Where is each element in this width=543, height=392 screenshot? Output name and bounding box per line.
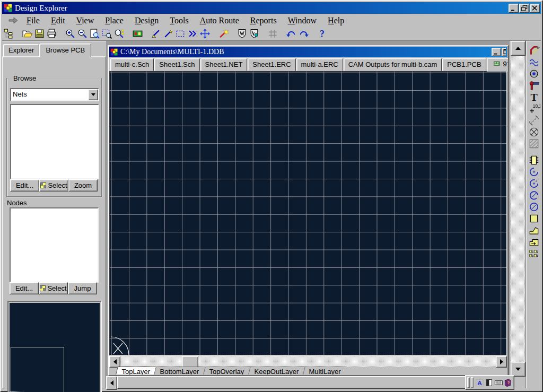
print-icon[interactable] (46, 28, 57, 39)
open-document-icon[interactable] (22, 28, 33, 39)
text-find-icon[interactable]: A (475, 378, 484, 388)
board-preview-canvas[interactable] (10, 303, 100, 392)
workspace-hscroll-thumb[interactable] (117, 376, 510, 389)
doc-tab-multi-c-sch[interactable]: multi-c.Sch (110, 58, 154, 71)
close-button[interactable] (530, 4, 540, 13)
doc-maximize-button[interactable] (502, 48, 506, 56)
polygon-plane-icon[interactable] (528, 224, 540, 236)
doc-minimize-button[interactable] (492, 48, 501, 56)
workspace-hscrollbar[interactable] (106, 376, 510, 389)
browse-type-dropdown[interactable]: Nets (10, 88, 99, 101)
select-node-button[interactable]: Select (39, 282, 68, 294)
zoom-area-icon[interactable] (101, 28, 112, 39)
jump-node-button[interactable]: Jump (68, 282, 97, 294)
layers-view-icon[interactable] (132, 28, 143, 39)
doc-tab-cam-outputs-for-multi-b-cam[interactable]: CAM Outputs for multi-b.cam (344, 58, 442, 71)
workspace-hscroll-left-button[interactable] (106, 376, 117, 390)
via-icon[interactable] (528, 68, 540, 80)
vscroll-up-button[interactable] (511, 41, 526, 56)
dropdown-arrow-icon[interactable] (88, 89, 98, 100)
zoom-selection-icon[interactable] (113, 28, 125, 39)
menu-reports[interactable]: Reports (246, 15, 281, 27)
menu-auto-route[interactable]: Auto Route (196, 15, 243, 27)
menu-help[interactable]: Help (323, 15, 348, 27)
fill-rect-icon[interactable] (528, 213, 540, 224)
help-book-icon[interactable]: ? (503, 378, 512, 388)
zoom-in-icon[interactable] (65, 28, 76, 39)
redo-icon[interactable] (298, 28, 309, 39)
grid-toggle-icon[interactable] (267, 28, 278, 39)
interactive-route-icon[interactable] (528, 45, 540, 56)
restore-button[interactable] (519, 4, 529, 13)
edit-net-button[interactable]: Edit... (10, 179, 39, 191)
panel-toggle-icon[interactable] (485, 378, 494, 388)
doc-tab-multi-a-erc[interactable]: multi-a.ERC (296, 58, 343, 71)
text-string-icon[interactable]: T (528, 91, 540, 103)
menu-window[interactable]: Window (284, 15, 321, 27)
menu-arrow-icon[interactable] (4, 15, 22, 26)
keepout-circle-icon[interactable] (528, 126, 540, 138)
menu-place[interactable]: Place (101, 15, 128, 27)
component-icon[interactable] (528, 154, 540, 166)
layer-tab-toplayer[interactable]: TopLayer (116, 367, 156, 374)
layer-tab-bottomlayer[interactable]: BottomLayer (154, 367, 205, 374)
select-area-icon[interactable] (175, 28, 186, 39)
nets-listbox[interactable] (10, 104, 99, 179)
paste-array-icon[interactable] (528, 248, 540, 259)
wand-icon[interactable] (218, 28, 229, 39)
menu-tools[interactable]: Tools (165, 15, 192, 27)
doc-tab-pcb1-pcb[interactable]: PCB1.PCB (442, 58, 486, 71)
move-icon[interactable] (199, 28, 211, 39)
select-net-button[interactable]: Select (39, 179, 68, 191)
doc-tab-sheet1-sch[interactable]: Sheet1.Sch (154, 58, 199, 71)
hscroll-track[interactable] (120, 356, 496, 367)
vscroll-track[interactable] (511, 56, 524, 362)
layer-tab-multilayer[interactable]: MultiLayer (303, 367, 347, 374)
zoom-net-button[interactable]: Zoom (68, 179, 98, 191)
line-tool-icon[interactable] (163, 28, 174, 39)
drc-shield-off-icon[interactable] (249, 28, 260, 39)
canvas-hscrollbar[interactable] (109, 356, 507, 367)
full-circle-icon[interactable] (528, 201, 540, 213)
hscroll-right-button[interactable] (496, 356, 507, 368)
pcb-canvas[interactable] (110, 72, 506, 355)
menu-view[interactable]: View (72, 15, 99, 27)
arc-center-icon[interactable] (528, 178, 540, 189)
pad-icon[interactable] (528, 80, 540, 91)
doc-tab-sheet1-erc[interactable]: Sheet1.ERC (248, 58, 295, 71)
workspace-vscrollbar[interactable] (511, 41, 524, 377)
zoom-all-icon[interactable] (89, 28, 100, 39)
menu-file[interactable]: File (22, 15, 44, 27)
keyboard-icon[interactable] (494, 378, 503, 388)
layer-tab-keepoutlayer[interactable]: KeepOutLayer (248, 367, 305, 374)
toolbar-grip[interactable] (467, 377, 470, 388)
board-preview[interactable] (7, 301, 102, 392)
menu-design[interactable]: Design (130, 15, 163, 27)
split-plane-icon[interactable] (528, 236, 540, 248)
tab-browse-pcb[interactable]: Browse PCB (39, 43, 91, 57)
menu-edit[interactable]: Edit (47, 15, 69, 27)
arc-angle-icon[interactable] (528, 189, 540, 201)
arc-edge-icon[interactable] (528, 166, 540, 178)
track-curves-icon[interactable] (528, 56, 540, 68)
tab-explorer[interactable]: Explorer (3, 44, 39, 57)
layer-tab-topoverlay[interactable]: TopOverlay (203, 367, 250, 374)
minimize-button[interactable] (509, 4, 519, 13)
doc-tab-sheet1-net[interactable]: Sheet1.NET (200, 58, 248, 71)
undo-icon[interactable] (286, 28, 297, 39)
vscroll-down-button[interactable] (511, 362, 526, 377)
hscroll-thumb[interactable] (182, 356, 198, 368)
deselect-icon[interactable] (187, 28, 198, 39)
zoom-out-icon[interactable] (77, 28, 88, 39)
nodes-listbox[interactable] (10, 207, 99, 283)
doc-tab-911-pcb[interactable]: 911.PCB (487, 58, 509, 72)
explorer-toggle-icon[interactable] (3, 28, 14, 39)
cutter-icon[interactable] (151, 28, 162, 39)
drc-shield-icon[interactable] (237, 28, 248, 39)
help-icon[interactable]: ? (317, 28, 328, 39)
dimension-icon[interactable] (528, 115, 540, 126)
toolbar-grip[interactable] (471, 377, 474, 388)
save-icon[interactable] (34, 28, 45, 39)
fill-hatch-icon[interactable] (528, 138, 540, 150)
hscroll-left-button[interactable] (109, 356, 120, 368)
